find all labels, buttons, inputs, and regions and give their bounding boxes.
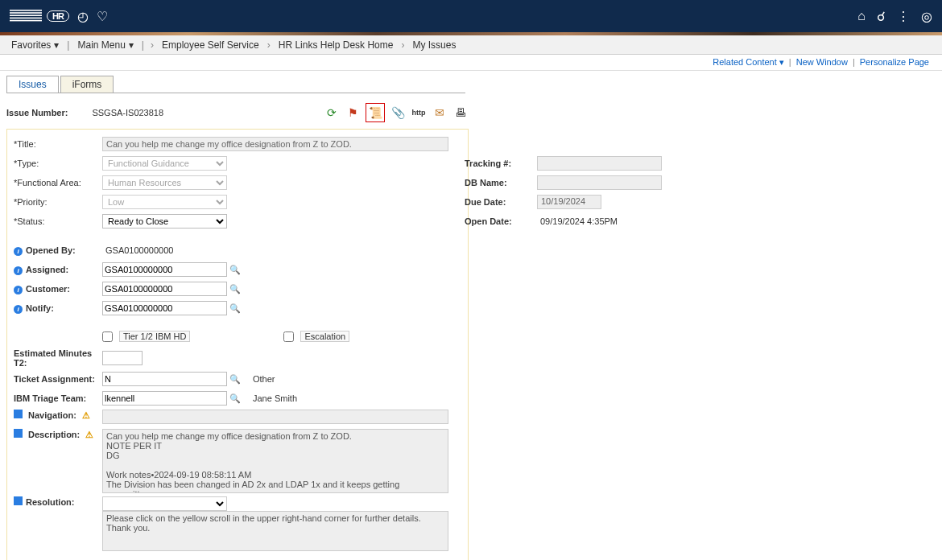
mail-icon[interactable]: ✉	[432, 105, 448, 121]
main-menu[interactable]: Main Menu ▾	[72, 39, 138, 51]
due-date-label: Due Date:	[465, 197, 537, 207]
tab-issues[interactable]: Issues	[6, 76, 59, 93]
resolution-select[interactable]	[102, 496, 227, 511]
assigned-field[interactable]	[102, 262, 227, 277]
triage-team-name: Jane Smith	[250, 393, 297, 403]
triage-team-label: IBM Triage Team:	[14, 393, 102, 403]
notify-field[interactable]	[102, 301, 227, 315]
lookup-icon[interactable]: 🔍	[229, 373, 242, 385]
personalize-page-link[interactable]: Personalize Page	[855, 57, 934, 68]
description-label: Description: ⚠	[14, 429, 102, 440]
opened-by-label: Opened By:	[14, 245, 102, 256]
issue-form: Issue Number: SSGSA-IS023818 ⟳ ⚑ 📜 📎 htt…	[0, 93, 475, 560]
chevron-right-icon: ›	[398, 39, 407, 51]
chevron-right-icon: ›	[147, 39, 157, 51]
lookup-icon[interactable]: 🔍	[229, 282, 242, 295]
page-tabs: Issues iForms	[6, 76, 465, 93]
top-nav-bar: HR ◴ ♡ ⌂ ☌ ⋮ ◎	[0, 0, 942, 32]
resolution-field[interactable]: Please click on the yellow scroll in the…	[102, 511, 448, 551]
breadcrumb-item[interactable]: Employee Self Service	[157, 39, 264, 51]
issue-number-label: Issue Number:	[6, 108, 68, 117]
status-label: Status:	[14, 216, 102, 226]
ticket-assignment-field[interactable]	[102, 372, 227, 386]
print-icon[interactable]: 🖶	[452, 105, 469, 121]
svg-rect-3	[10, 18, 42, 19]
page-actions-bar: Related Content ▾ | New Window | Persona…	[0, 55, 942, 71]
related-content-link[interactable]: Related Content ▾	[708, 57, 789, 68]
bell-icon[interactable]: ☌	[877, 9, 886, 24]
clock-icon[interactable]: ◴	[77, 9, 89, 24]
navigation-field[interactable]	[102, 410, 448, 424]
tier-checkbox[interactable]	[102, 331, 113, 342]
tracking-label: Tracking #:	[465, 159, 537, 168]
breadcrumb-item[interactable]: My Issues	[407, 39, 461, 51]
customer-field[interactable]	[102, 282, 227, 296]
due-date-field: 10/19/2024	[537, 195, 601, 209]
priority-label: Priority:	[14, 197, 102, 207]
db-name-label: DB Name:	[465, 178, 537, 187]
opened-by-value: GSA0100000000	[102, 245, 173, 255]
compass-icon[interactable]: ◎	[921, 9, 932, 24]
ibm-logo: HR	[10, 8, 69, 24]
tab-iforms[interactable]: iForms	[60, 76, 114, 93]
warning-icon: ⚠	[82, 410, 90, 421]
chevron-down-icon: ▾	[129, 39, 134, 51]
resolution-label: Resolution:	[14, 496, 102, 507]
chevron-down-icon: ▾	[54, 39, 59, 51]
refresh-icon[interactable]: ⟳	[324, 105, 340, 121]
favorites-menu[interactable]: Favorites ▾	[6, 39, 64, 51]
kebab-icon[interactable]: ⋮	[897, 9, 910, 24]
triage-team-field[interactable]	[102, 391, 227, 406]
ticket-assignment-label: Ticket Assignment:	[14, 374, 102, 384]
notify-label: Notify:	[14, 303, 102, 314]
lookup-icon[interactable]: 🔍	[229, 263, 242, 276]
breadcrumb-bar: Favorites ▾ | Main Menu ▾ | › Employee S…	[0, 35, 942, 55]
attachment-icon[interactable]: 📎	[390, 105, 406, 121]
estimated-minutes-label: Estimated Minutes T2:	[14, 348, 102, 368]
assigned-label: Assigned:	[14, 265, 102, 275]
estimated-minutes-field[interactable]	[102, 351, 143, 365]
breadcrumb-sep: |	[64, 39, 72, 51]
new-window-link[interactable]: New Window	[791, 57, 853, 68]
breadcrumb-sep: |	[138, 39, 147, 51]
title-field[interactable]	[102, 137, 448, 151]
navigation-label: Navigation: ⚠	[14, 410, 102, 421]
open-date-value: 09/19/2024 4:35PM	[537, 216, 618, 226]
tracking-field	[537, 156, 662, 171]
lookup-icon[interactable]: 🔍	[229, 392, 242, 405]
functional-area-select[interactable]: Human Resources	[102, 175, 227, 190]
ticket-assignment-other: Other	[250, 374, 275, 384]
flag-icon[interactable]: ⚑	[345, 105, 361, 121]
home-icon[interactable]: ⌂	[857, 9, 866, 23]
status-select[interactable]: Ready to Close	[102, 214, 227, 229]
issue-number-value: SSGSA-IS023818	[92, 108, 163, 117]
open-date-label: Open Date:	[465, 216, 537, 226]
svg-rect-0	[10, 10, 42, 11]
lookup-icon[interactable]: 🔍	[229, 302, 242, 315]
issue-toolbar: ⟳ ⚑ 📜 📎 http ✉ 🖶	[324, 103, 469, 122]
heart-icon[interactable]: ♡	[97, 9, 108, 24]
priority-select[interactable]: Low	[102, 195, 227, 209]
escalation-checkbox-label: Escalation	[300, 331, 349, 342]
tier-checkbox-label: Tier 1/2 IBM HD	[119, 331, 190, 342]
db-name-field	[537, 175, 662, 190]
type-select[interactable]: Functional Guidance	[102, 156, 227, 171]
functional-area-label: Functional Area:	[14, 178, 102, 187]
title-label: Title:	[14, 139, 102, 149]
escalation-checkbox[interactable]	[283, 331, 294, 342]
customer-label: Customer:	[14, 284, 102, 294]
scroll-icon[interactable]: 📜	[366, 103, 385, 122]
description-field[interactable]: Can you help me change my office designa…	[102, 429, 448, 493]
chevron-right-icon: ›	[264, 39, 274, 51]
breadcrumb-item[interactable]: HR Links Help Desk Home	[274, 39, 399, 51]
warning-icon: ⚠	[85, 430, 93, 440]
svg-rect-1	[10, 12, 42, 14]
svg-rect-2	[10, 14, 42, 16]
http-icon[interactable]: http	[411, 105, 427, 121]
type-label: Type:	[14, 159, 102, 168]
svg-rect-4	[10, 20, 42, 22]
